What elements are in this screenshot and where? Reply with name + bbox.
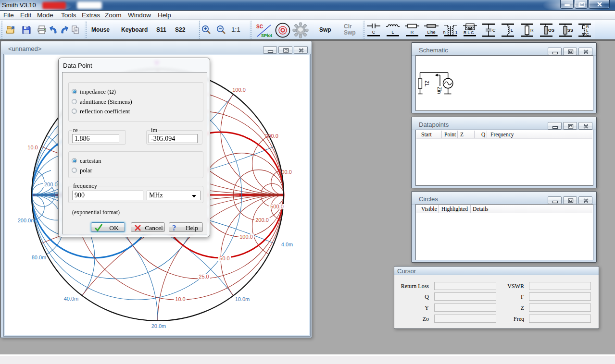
svg-text:n: n — [443, 30, 446, 35]
svg-text:50.0: 50.0 — [219, 255, 229, 261]
svg-text:L: L — [391, 30, 394, 35]
svg-text:10.0: 10.0 — [175, 296, 185, 302]
svg-text:500.0: 500.0 — [278, 169, 292, 175]
svg-text:200.0m: 200.0m — [18, 218, 36, 223]
svg-text:SS: SS — [567, 28, 573, 33]
svg-text:Line: Line — [427, 30, 435, 35]
svg-text:R L C: R L C — [464, 30, 474, 35]
svg-text:C: C — [492, 28, 496, 33]
svg-text:200.0: 200.0 — [265, 133, 278, 139]
svg-text:40.0m: 40.0m — [64, 296, 79, 302]
svg-text:?: ? — [172, 223, 176, 232]
svg-text:OS: OS — [548, 28, 554, 33]
svg-text:25.0: 25.0 — [199, 274, 209, 279]
svg-text:C: C — [372, 30, 376, 35]
svg-text:1: 1 — [455, 30, 458, 35]
svg-text:20.0m: 20.0m — [151, 323, 166, 329]
svg-text:100.0: 100.0 — [239, 234, 253, 240]
svg-text:ZL: ZL — [424, 81, 430, 86]
svg-text:4.0m: 4.0m — [281, 242, 293, 247]
svg-text:10.0m: 10.0m — [235, 296, 250, 302]
svg-text:R: R — [530, 28, 534, 33]
svg-text:200.0: 200.0 — [255, 217, 269, 223]
svg-text:100.0: 100.0 — [232, 87, 246, 93]
svg-text:Zin: Zin — [437, 87, 442, 94]
svg-text:SPlot: SPlot — [261, 33, 272, 38]
svg-text:500.0: 500.0 — [270, 204, 284, 209]
svg-text:L: L — [511, 28, 513, 33]
svg-text:C: C — [586, 32, 589, 36]
svg-text:R: R — [411, 30, 414, 35]
svg-text:80.0m: 80.0m — [32, 255, 47, 260]
svg-text:10.0: 10.0 — [27, 145, 38, 150]
svg-text:SC: SC — [256, 24, 263, 29]
